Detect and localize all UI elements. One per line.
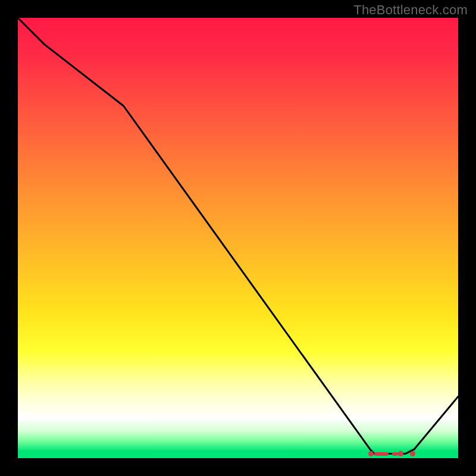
optimal-marker-dot: [410, 451, 415, 456]
watermark-text: TheBottleneck.com: [353, 2, 468, 18]
plot-area: [18, 18, 458, 458]
optimal-zone-markers: [18, 18, 458, 458]
optimal-marker-dot: [368, 451, 374, 456]
optimal-marker-dash: [374, 452, 389, 456]
chart-frame: TheBottleneck.com: [0, 0, 476, 476]
optimal-marker-dot: [398, 451, 403, 456]
optimal-marker-dash: [392, 452, 398, 456]
